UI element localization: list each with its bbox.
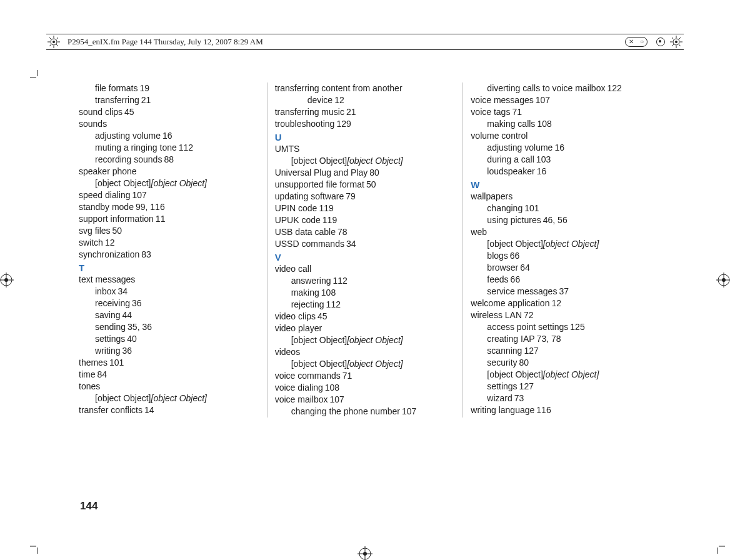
index-entry: [object Object][object Object]	[79, 178, 262, 189]
index-entry: svg files50	[79, 225, 262, 237]
index-entry: file formats19	[79, 82, 262, 94]
index-entry: recording sounds88	[79, 154, 262, 166]
index-entry: diverting calls to voice mailbox122	[471, 82, 654, 94]
index-entry: settings127	[471, 381, 654, 392]
crop-mark-bottom-left	[30, 539, 45, 554]
index-entry: wizard73	[471, 392, 654, 404]
index-entry: transfer conflicts14	[79, 404, 262, 416]
index-entry: device12	[275, 94, 458, 106]
index-entry: text messages	[79, 274, 262, 286]
index-entry: transferring21	[79, 94, 262, 106]
index-letter: U	[275, 131, 458, 143]
crop-mark-bottom-right	[710, 539, 725, 554]
index-entry: speaker phone	[79, 166, 262, 178]
index-entry: sound clips45	[79, 106, 262, 118]
index-entry: blogs66	[471, 250, 654, 262]
index-entry: adjusting volume16	[471, 142, 654, 154]
print-header-bar: P2954_enIX.fm Page 144 Thursday, July 12…	[46, 34, 684, 50]
registration-mark-left	[0, 272, 14, 288]
index-entry: voice dialing108	[275, 382, 458, 394]
index-entry: answering112	[275, 275, 458, 287]
index-entry: adjusting volume16	[79, 130, 262, 142]
index-entry: synchronization83	[79, 249, 262, 261]
gear-icon	[46, 34, 61, 49]
index-entry: using pictures46, 56	[471, 214, 654, 226]
index-column-2: transferring content from another device…	[275, 82, 464, 418]
index-entry: sending35, 36	[79, 321, 262, 333]
index-entry: transferring content from another	[275, 82, 458, 94]
index-entry: during a call103	[471, 154, 654, 166]
index-entry: themes101	[79, 357, 262, 369]
svg-point-29	[675, 41, 678, 43]
index-entry: wallpapers	[471, 191, 654, 202]
index-entry: video clips45	[275, 311, 458, 322]
index-entry: settings40	[79, 333, 262, 345]
index-letter: T	[79, 262, 262, 274]
index-entry: tones	[79, 381, 262, 392]
index-entry: receiving36	[79, 298, 262, 309]
svg-point-19	[52, 41, 55, 43]
index-entry: writing36	[79, 345, 262, 357]
index-entry: UPIN code119	[275, 202, 458, 214]
index-entry: making calls108	[471, 118, 654, 130]
gear-icon	[669, 34, 684, 49]
index-entry: USB data cable78	[275, 226, 458, 238]
header-xo-icon: ✕○	[625, 37, 648, 47]
index-entry: sounds	[79, 118, 262, 130]
index-entry: [object Object][object Object]	[275, 155, 458, 167]
index-entry: muting a ringing tone112	[79, 142, 262, 154]
index-entry: voice mailbox107	[275, 394, 458, 406]
index-letter: W	[471, 179, 654, 191]
index-entry: USSD commands34	[275, 238, 458, 250]
index-column-1: file formats19 transferring21 sound clip…	[79, 82, 268, 418]
index-entry: welcome application12	[471, 298, 654, 309]
index-entry: unsupported file format50	[275, 179, 458, 191]
print-header-label: P2954_enIX.fm Page 144 Thursday, July 12…	[61, 37, 263, 47]
crop-mark-top-left	[30, 70, 45, 85]
index-page: file formats19 transferring21 sound clip…	[79, 82, 654, 418]
svg-line-35	[679, 44, 681, 46]
index-entry: standby mode99, 116	[79, 201, 262, 213]
svg-line-27	[56, 38, 58, 39]
svg-line-24	[49, 38, 51, 39]
index-entry: wireless LAN72	[471, 309, 654, 321]
index-entry: voice messages107	[471, 94, 654, 106]
index-entry: video player	[275, 322, 458, 334]
svg-line-37	[679, 38, 681, 39]
page-number: 144	[80, 500, 98, 512]
index-entry: service messages37	[471, 286, 654, 298]
index-entry: video call	[275, 263, 458, 275]
index-entry: voice tags71	[471, 106, 654, 118]
index-entry: rejecting112	[275, 299, 458, 311]
index-entry: writing language116	[471, 404, 654, 416]
index-entry: creating IAP73, 78	[471, 333, 654, 345]
index-entry: [object Object][object Object]	[471, 238, 654, 250]
index-entry: UPUK code119	[275, 214, 458, 226]
index-entry: volume control	[471, 130, 654, 142]
index-entry: changing101	[471, 202, 654, 214]
index-entry: changing the phone number107	[275, 406, 458, 418]
index-entry: browser64	[471, 262, 654, 274]
registration-mark-right	[716, 272, 730, 288]
index-entry: transferring music21	[275, 106, 458, 118]
svg-line-25	[56, 44, 58, 46]
index-column-3: diverting calls to voice mailbox122 voic…	[471, 82, 654, 418]
index-letter: V	[275, 251, 458, 263]
index-entry: UMTS	[275, 143, 458, 155]
index-entry: videos	[275, 346, 458, 358]
index-entry: scanning127	[471, 345, 654, 357]
index-entry: making108	[275, 287, 458, 299]
index-entry: loudspeaker16	[471, 166, 654, 178]
index-entry: [object Object][object Object]	[275, 358, 458, 370]
index-entry: access point settings125	[471, 321, 654, 333]
index-entry: Universal Plug and Play80	[275, 167, 458, 179]
registration-mark-bottom	[358, 546, 372, 560]
index-entry: updating software79	[275, 191, 458, 202]
index-entry: [object Object][object Object]	[471, 369, 654, 381]
index-entry: security80	[471, 357, 654, 369]
svg-line-26	[49, 44, 51, 46]
index-entry: [object Object][object Object]	[79, 392, 262, 404]
index-entry: [object Object][object Object]	[275, 334, 458, 346]
index-entry: saving44	[79, 309, 262, 321]
index-entry: time84	[79, 369, 262, 381]
